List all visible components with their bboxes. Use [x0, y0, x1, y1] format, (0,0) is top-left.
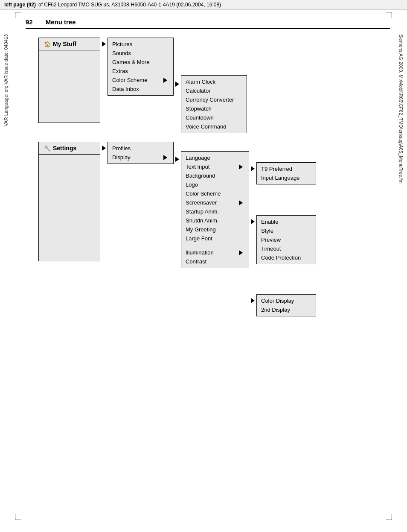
l4-column: T9 Preferred Input Language Enable Style…: [249, 151, 316, 316]
illumination-l4-arrow: [251, 298, 255, 303]
list-item: My Greeting: [181, 225, 249, 234]
list-item: Background: [181, 171, 249, 180]
top-header: left page (92) of CF62 Leopard TMO SUG u…: [0, 0, 407, 10]
list-item-textinput: Text Input: [181, 162, 249, 171]
list-item: Calculator: [181, 86, 247, 95]
mystuff-tri-arrow: [102, 41, 106, 47]
screensaver-l4-box: Enable Style Preview Timeout Code Protec…: [256, 215, 316, 264]
textinput-l4-row: T9 Preferred Input Language: [249, 151, 316, 184]
list-item: Currency Converter: [181, 95, 247, 104]
mystuff-l1-box: 🏠 My Stuff: [38, 38, 100, 50]
mystuff-l3-wrapper: Alarm Clock Calculator Currency Converte…: [181, 75, 247, 133]
list-item: Input Language: [257, 173, 316, 182]
mystuff-icon: 🏠: [44, 41, 51, 47]
corner-mark-bl: [15, 514, 21, 520]
list-item: Enable: [257, 217, 316, 226]
mystuff-row: 🏠 My Stuff Pictures Sounds Games & More …: [38, 38, 390, 133]
corner-mark-br: [386, 514, 392, 520]
settings-label: Settings: [53, 145, 76, 152]
colorscheme-arrow: [163, 78, 167, 83]
settings-l2-box: Profiles Display: [108, 142, 174, 164]
mystuff-box-body: [38, 50, 100, 123]
settings-arrow1: [100, 142, 108, 151]
settings-arrow2: [174, 142, 181, 162]
full-tree: 🏠 My Stuff Pictures Sounds Games & More …: [38, 38, 390, 316]
list-item: Voice Command: [181, 122, 247, 131]
list-item-spacer: [181, 243, 249, 248]
list-item: Logo: [181, 180, 249, 189]
textinput-l4-arrow: [251, 166, 255, 171]
settings-l3-tri-arrow: [175, 157, 179, 162]
section-title: Menu tree: [46, 18, 76, 26]
mystuff-l1-wrapper: 🏠 My Stuff: [38, 38, 100, 123]
list-item: Data Inbox: [108, 85, 173, 94]
header-bold: left page (92): [4, 2, 36, 8]
mystuff-arrow2: [174, 38, 181, 87]
corner-mark-tr: [386, 12, 392, 18]
mystuff-l2-box: Pictures Sounds Games & More Extras Colo…: [108, 38, 174, 96]
spacer-illumination: [249, 264, 316, 294]
screensaver-arrow: [239, 200, 243, 205]
list-item: Language: [181, 153, 249, 162]
mystuff-label: My Stuff: [53, 41, 76, 47]
list-item-illumination: Illumination: [181, 248, 249, 257]
main-content: 92 Menu tree 🏠 My Stuff Pictu: [0, 10, 407, 325]
corner-mark-tl: [15, 12, 21, 18]
list-item: Color Scheme: [181, 189, 249, 198]
settings-l3-wrapper: Language Text Input Background Logo Colo…: [181, 151, 249, 268]
list-item: Code Protection: [257, 253, 316, 262]
screensaver-arrow-cell: [249, 215, 256, 224]
list-item: Style: [257, 226, 316, 235]
list-item: Stopwatch: [181, 104, 247, 113]
textinput-arrow: [239, 164, 243, 170]
list-item: Alarm Clock: [181, 77, 247, 86]
list-item: Large Font: [181, 234, 249, 243]
list-item: 2nd Display: [257, 305, 316, 314]
settings-l1-wrapper: 🔧 Settings: [38, 142, 100, 261]
settings-l1-box: 🔧 Settings: [38, 142, 100, 155]
mystuff-l2-wrapper: Pictures Sounds Games & More Extras Colo…: [108, 38, 174, 96]
page-heading: 92 Menu tree: [26, 18, 390, 26]
screensaver-l4-arrow: [251, 219, 255, 224]
screensaver-l4-row: Enable Style Preview Timeout Code Protec…: [249, 215, 316, 264]
side-text-right: Siemens AG 2003, M:\Mobil\R65\CF62_TMO\e…: [398, 34, 404, 184]
settings-box-body: [38, 155, 100, 261]
list-item: Contrast: [181, 257, 249, 266]
list-item: Color Display: [257, 296, 316, 305]
list-item-colorscheme: Color Scheme: [108, 76, 173, 85]
textinput-arrow-cell: [249, 162, 256, 171]
list-item: Shutdn Anim.: [181, 216, 249, 225]
list-item: Extras: [108, 67, 173, 76]
list-item: Games & More: [108, 58, 173, 67]
list-item: Profiles: [108, 144, 173, 153]
list-item-display: Display: [108, 153, 173, 162]
settings-l2-wrapper: Profiles Display: [108, 142, 174, 164]
illumination-arrow: [239, 250, 243, 255]
spacer-screensaver: [249, 184, 316, 215]
display-arrow: [163, 155, 167, 160]
list-item: Startup Anim.: [181, 207, 249, 216]
mystuff-arrow1: [100, 38, 108, 47]
textinput-l4-box: T9 Preferred Input Language: [256, 162, 316, 184]
list-item-screensaver: Screensaver: [181, 198, 249, 207]
heading-line: [26, 28, 390, 29]
page-number: 92: [26, 18, 33, 26]
settings-row: 🔧 Settings Profiles Display: [38, 142, 390, 316]
list-item: Countdown: [181, 113, 247, 122]
list-item: Preview: [257, 235, 316, 244]
settings-l3-box: Language Text Input Background Logo Colo…: [181, 151, 249, 268]
mystuff-l3-tri-arrow: [175, 82, 179, 87]
illumination-arrow-cell: [249, 294, 256, 303]
mystuff-l3-box: Alarm Clock Calculator Currency Converte…: [181, 75, 247, 133]
settings-icon: 🔧: [44, 145, 51, 152]
header-rest: of CF62 Leopard TMO SUG us, A31008-H6050…: [38, 2, 221, 8]
list-item: Sounds: [108, 49, 173, 58]
side-text-left: VAR Language: en; VAR issue date: 040413: [3, 34, 9, 126]
illumination-l4-box: Color Display 2nd Display: [256, 294, 316, 316]
list-item: Timeout: [257, 244, 316, 253]
illumination-l4-row: Color Display 2nd Display: [249, 294, 316, 316]
settings-tri-arrow: [102, 146, 106, 151]
list-item: T9 Preferred: [257, 164, 316, 173]
list-item: Pictures: [108, 40, 173, 49]
